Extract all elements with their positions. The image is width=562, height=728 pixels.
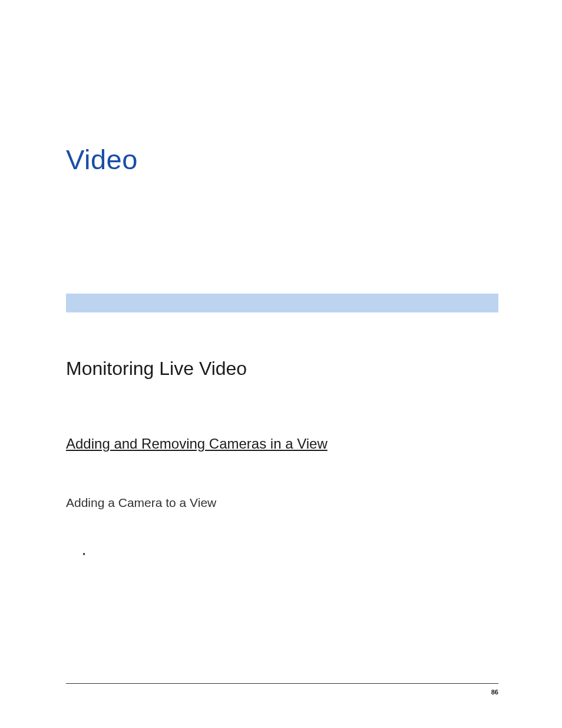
page-number: 86 bbox=[491, 689, 498, 696]
subsubsection-heading: Adding a Camera to a View bbox=[66, 496, 216, 510]
section-heading: Monitoring Live Video bbox=[66, 358, 247, 380]
section-divider-bar bbox=[66, 294, 498, 312]
footer-rule bbox=[66, 683, 498, 684]
subsection-heading: Adding and Removing Cameras in a View bbox=[66, 436, 328, 452]
chapter-title: Video bbox=[66, 143, 138, 176]
